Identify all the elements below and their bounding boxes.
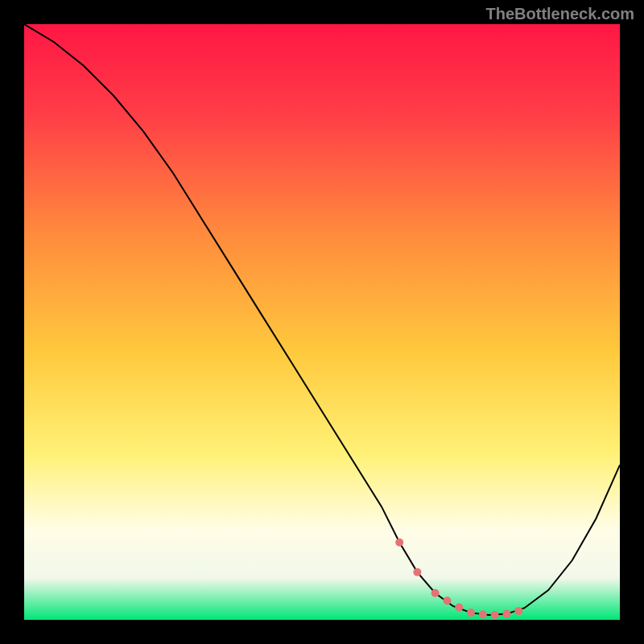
optimal-dot (443, 597, 451, 605)
chart-background (24, 24, 620, 620)
optimal-dot (467, 609, 475, 617)
bottleneck-chart (24, 24, 620, 620)
optimal-dot (413, 568, 421, 576)
watermark-text: TheBottleneck.com (486, 5, 634, 23)
optimal-dot (455, 603, 463, 611)
optimal-dot (514, 607, 522, 615)
optimal-dot (395, 539, 403, 547)
optimal-dot (431, 589, 440, 597)
chart-container: TheBottleneck.com (0, 0, 644, 644)
optimal-dot (502, 610, 510, 618)
optimal-dot (491, 611, 499, 619)
optimal-dot (479, 610, 487, 618)
